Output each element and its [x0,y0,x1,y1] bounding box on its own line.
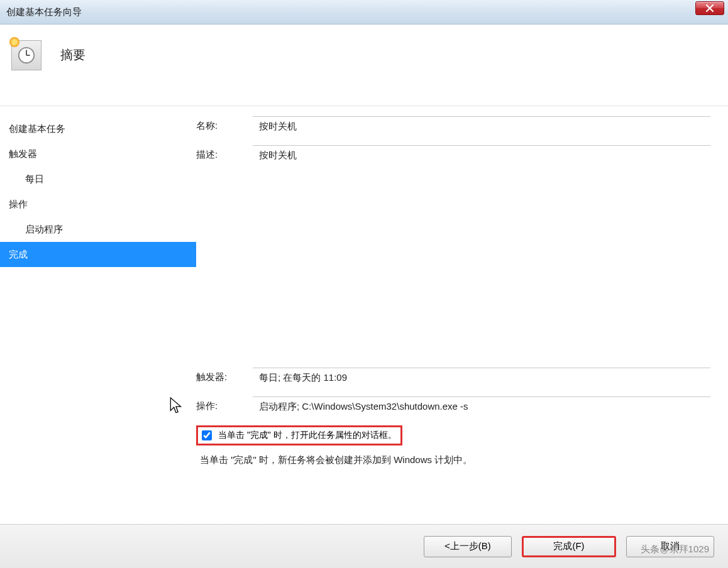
trigger-value: 每日; 在每天的 11:09 [253,368,710,388]
title-bar: 创建基本任务向导 [0,0,728,25]
wizard-sidebar: 创建基本任务 触发器 每日 操作 启动程序 完成 [0,106,196,524]
wizard-footer: <上一步(B) 完成(F) 取消 头条@崇拜1029 [0,524,728,568]
window-title: 创建基本任务向导 [6,6,82,18]
action-label: 操作: [196,396,253,412]
action-value: 启动程序; C:\Windows\System32\shutdown.exe -… [253,396,710,417]
sidebar-step-trigger[interactable]: 触发器 [0,141,196,167]
action-row: 操作: 启动程序; C:\Windows\System32\shutdown.e… [196,396,710,417]
name-label: 名称: [196,116,253,132]
desc-value: 按时关机 [253,145,710,359]
trigger-label: 触发器: [196,368,253,383]
name-value: 按时关机 [253,116,710,136]
finish-button[interactable]: 完成(F) [522,536,616,557]
open-properties-checkbox-row[interactable]: 当单击 "完成" 时，打开此任务属性的对话框。 [196,425,402,445]
clock-icon [11,40,41,70]
sidebar-step-action[interactable]: 操作 [0,192,196,217]
page-heading: 摘要 [60,40,85,63]
wizard-header: 摘要 [0,25,728,106]
wizard-body: 创建基本任务 触发器 每日 操作 启动程序 完成 名称: 按时关机 描述: 按时… [0,106,728,524]
open-properties-label: 当单击 "完成" 时，打开此任务属性的对话框。 [218,430,397,441]
sidebar-step-startprogram[interactable]: 启动程序 [0,217,196,242]
trigger-row: 触发器: 每日; 在每天的 11:09 [196,368,710,388]
open-properties-checkbox[interactable] [202,430,212,440]
finish-info-text: 当单击 "完成" 时，新任务将会被创建并添加到 Windows 计划中。 [196,454,710,466]
back-button[interactable]: <上一步(B) [424,536,512,557]
desc-row: 描述: 按时关机 [196,145,710,359]
close-button[interactable] [695,1,724,15]
wizard-content: 名称: 按时关机 描述: 按时关机 触发器: 每日; 在每天的 11:09 操作… [196,106,728,524]
sidebar-step-finish[interactable]: 完成 [0,242,196,267]
desc-label: 描述: [196,145,253,161]
cancel-button[interactable]: 取消 [626,536,714,557]
sidebar-step-create[interactable]: 创建基本任务 [0,116,196,141]
name-row: 名称: 按时关机 [196,116,710,136]
sidebar-step-daily[interactable]: 每日 [0,167,196,192]
close-icon [705,4,714,12]
